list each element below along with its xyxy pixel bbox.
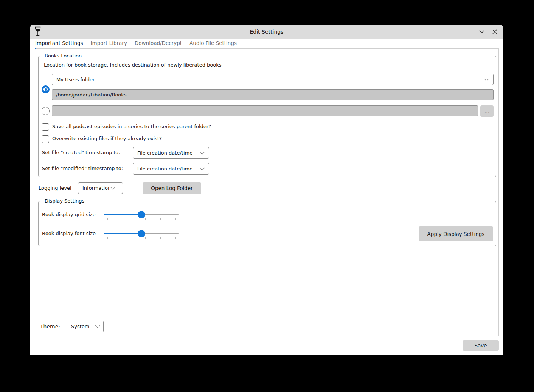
- logging-level-value: Information: [78, 185, 109, 191]
- browse-folder-button[interactable]: ...: [480, 105, 494, 117]
- grid-size-slider[interactable]: [104, 211, 179, 218]
- theme-dropdown[interactable]: System: [67, 321, 104, 332]
- close-icon: [492, 29, 497, 34]
- save-button[interactable]: Save: [463, 340, 499, 351]
- chevron-down-icon: [200, 150, 205, 155]
- preset-folder-path-field[interactable]: /home/jordan/Libation/Books: [52, 89, 494, 100]
- modified-timestamp-dropdown[interactable]: File creation date/time: [133, 163, 209, 175]
- theme-label: Theme:: [40, 324, 60, 330]
- custom-folder-path-field[interactable]: [52, 105, 478, 116]
- books-location-group: Books Location Location for book storage…: [38, 56, 496, 177]
- slider-thumb[interactable]: [138, 211, 145, 218]
- save-podcast-series-label: Save all podcast episodes in a series to…: [52, 124, 211, 129]
- tab-important-settings[interactable]: Important Settings: [35, 39, 84, 49]
- created-timestamp-dropdown[interactable]: File creation date/time: [133, 147, 209, 159]
- chevron-down-icon: [479, 30, 484, 33]
- tab-download-decrypt[interactable]: Download/Decrypt: [134, 39, 182, 49]
- apply-display-settings-button[interactable]: Apply Display Settings: [419, 226, 493, 241]
- important-settings-panel: Books Location Location for book storage…: [36, 48, 499, 336]
- modified-timestamp-label: Set file "modified" timestamp to:: [42, 166, 123, 171]
- chevron-down-icon: [484, 76, 489, 81]
- overwrite-existing-label: Overwrite existing files if they already…: [52, 136, 162, 141]
- minimize-button[interactable]: [477, 26, 487, 37]
- logging-level-dropdown[interactable]: Information: [78, 182, 123, 194]
- font-size-slider[interactable]: [104, 230, 179, 237]
- created-timestamp-label: Set file "created" timestamp to:: [42, 150, 120, 155]
- created-timestamp-value: File creation date/time: [133, 150, 198, 156]
- slider-thumb[interactable]: [138, 230, 145, 237]
- tab-import-library[interactable]: Import Library: [90, 39, 127, 49]
- edit-settings-window: Edit Settings Important Settings Import …: [30, 25, 503, 355]
- font-size-label: Book display font size: [42, 231, 96, 236]
- display-settings-legend: Display Settings: [43, 198, 86, 204]
- open-log-folder-button[interactable]: Open Log Folder: [143, 182, 201, 194]
- modified-timestamp-value: File creation date/time: [133, 166, 198, 172]
- tab-audio-file-settings[interactable]: Audio File Settings: [189, 39, 237, 49]
- tab-strip: Important Settings Import Library Downlo…: [30, 39, 503, 49]
- window-title: Edit Settings: [30, 29, 503, 35]
- chevron-down-icon: [95, 323, 100, 328]
- chevron-down-icon: [110, 185, 115, 190]
- books-location-legend: Books Location: [43, 53, 84, 59]
- chevron-down-icon: [200, 166, 205, 170]
- preset-folder-radio[interactable]: [42, 85, 50, 93]
- save-podcast-series-checkbox[interactable]: [42, 123, 49, 131]
- logging-level-label: Logging level: [39, 185, 71, 191]
- grid-size-ticks: [107, 218, 176, 220]
- books-location-preset-dropdown[interactable]: My Users folder: [52, 74, 494, 85]
- custom-folder-radio[interactable]: [42, 107, 50, 115]
- overwrite-existing-checkbox[interactable]: [42, 135, 49, 143]
- font-size-ticks: [107, 237, 176, 239]
- theme-value: System: [67, 324, 94, 329]
- titlebar: Edit Settings: [30, 25, 503, 39]
- books-location-description: Location for book storage. Includes dest…: [44, 62, 222, 68]
- preset-dropdown-value: My Users folder: [52, 77, 483, 82]
- close-button[interactable]: [489, 26, 500, 37]
- grid-size-label: Book display grid size: [42, 212, 96, 217]
- display-settings-group: Display Settings Book display grid size …: [38, 201, 496, 246]
